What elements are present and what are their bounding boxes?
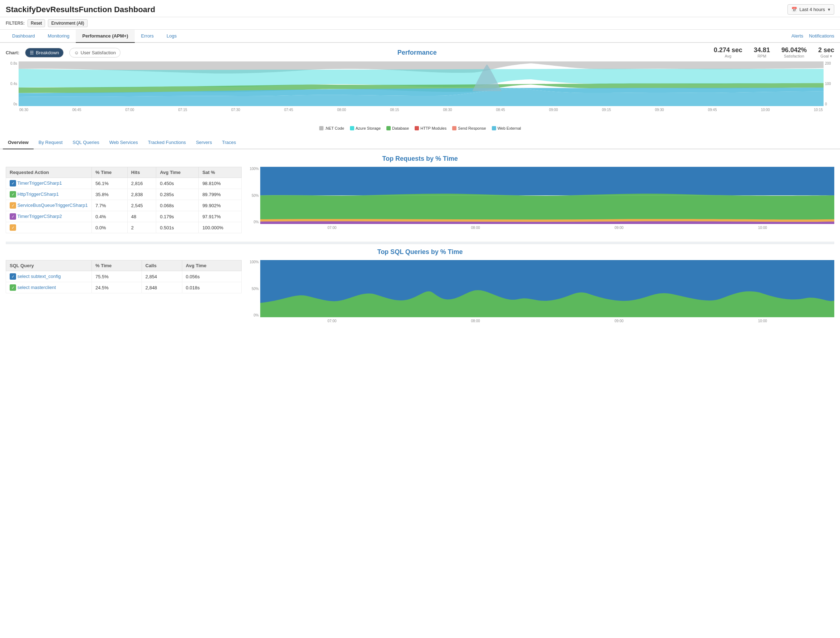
req-y-100: 100% — [250, 167, 259, 171]
legend-http-color — [414, 126, 419, 130]
col-action: Requested Action — [6, 167, 92, 178]
table-row: ✓ TimerTriggerCSharp2 0.4% 48 0.179s 97.… — [6, 211, 242, 222]
avg-stat: 0.274 sec Avg — [714, 46, 742, 58]
sql-pct-1: 75.5% — [92, 271, 142, 282]
sub-tab-trackedfunctions[interactable]: Tracked Functions — [143, 136, 191, 149]
pct-time-3: 7.7% — [92, 200, 128, 211]
content-section: Top Requests by % Time Requested Action … — [0, 149, 840, 339]
sub-tab-byrequest[interactable]: By Request — [33, 136, 68, 149]
sql-avg-1: 0.056s — [182, 271, 241, 282]
performance-title: Performance — [126, 49, 708, 57]
sub-tab-overview[interactable]: Overview — [3, 136, 33, 149]
sat-pct-5: 100.000% — [199, 222, 242, 233]
satisfaction-stat: 96.042% Satisfaction — [781, 46, 807, 58]
table-row: ✓ HttpTriggerCSharp1 35.8% 2,838 0.285s … — [6, 189, 242, 200]
top-sql-table: SQL Query % Time Calls Avg Time ✓ select… — [6, 260, 242, 293]
breakdown-button[interactable]: ☰ Breakdown — [25, 48, 63, 57]
hits-4: 48 — [127, 211, 156, 222]
legend-sendresponse-label: Send Response — [458, 126, 486, 130]
request-link[interactable]: TimerTriggerCSharp2 — [17, 214, 62, 219]
y-right-100: 100 — [825, 82, 831, 86]
legend-sendresponse: Send Response — [452, 126, 486, 130]
check-icon: ✓ — [9, 180, 16, 186]
tab-errors[interactable]: Errors — [135, 30, 160, 43]
sub-tab-sqlqueries[interactable]: SQL Queries — [68, 136, 104, 149]
main-nav-right: Alerts Notifications — [791, 33, 834, 39]
sql-x-1000: 10:00 — [758, 319, 767, 323]
request-link[interactable]: HttpTriggerCSharp1 — [17, 191, 59, 197]
sql-link[interactable]: select subtext_config — [17, 274, 61, 279]
req-x-0800: 08:00 — [471, 226, 480, 230]
time-selector[interactable]: 📅 Last 4 hours ▾ — [788, 4, 834, 15]
legend-webexternal-color — [492, 126, 496, 130]
sat-pct-2: 89.799% — [199, 189, 242, 200]
main-nav: Dashboard Monitoring Performance (APM+) … — [0, 30, 840, 43]
sub-tab-webservices[interactable]: Web Services — [104, 136, 143, 149]
filters-bar: FILTERS: Reset Environment (All) — [0, 17, 840, 30]
page-title: StackifyDevResultsFunction Dashboard — [6, 5, 155, 14]
sub-tab-servers[interactable]: Servers — [191, 136, 217, 149]
avg-time-5: 0.501s — [156, 222, 199, 233]
alerts-link[interactable]: Alerts — [791, 33, 803, 39]
rpm-stat: 34.81 RPM — [754, 46, 770, 58]
goal-stat[interactable]: 2 sec Goal ▾ — [818, 46, 834, 58]
pct-time-5: 0.0% — [92, 222, 128, 233]
table-row: ✓ ServiceBusQueueTriggerCSharp1 7.7% 2,5… — [6, 200, 242, 211]
breakdown-icon: ☰ — [30, 50, 34, 55]
top-requests-table-wrap: Requested Action % Time Hits Avg Time Sa… — [6, 167, 242, 233]
tab-performance[interactable]: Performance (APM+) — [76, 30, 134, 43]
x-label-0730: 07:30 — [231, 108, 240, 112]
check-icon: ✓ — [9, 284, 16, 291]
top-sql-chart: 100% 50% 0% 07:00 08:00 09:00 — [247, 260, 834, 324]
col-avg-time: Avg Time — [156, 167, 199, 178]
tab-dashboard[interactable]: Dashboard — [6, 30, 41, 43]
x-label-0715: 07:15 — [178, 108, 187, 112]
top-sql-section: SQL Query % Time Calls Avg Time ✓ select… — [6, 260, 834, 324]
legend-database-color — [386, 126, 391, 130]
request-link[interactable]: ServiceBusQueueTriggerCSharp1 — [17, 202, 88, 208]
request-link[interactable]: TimerTriggerCSharp1 — [17, 180, 62, 186]
pct-time-1: 56.1% — [92, 178, 128, 189]
check-icon: ✓ — [9, 273, 16, 280]
pct-time-4: 0.4% — [92, 211, 128, 222]
col-sat-pct: Sat % — [199, 167, 242, 178]
sql-section-divider — [6, 242, 834, 244]
chart-legend: .NET Code Azure Storage Database HTTP Mo… — [6, 124, 834, 133]
legend-azure: Azure Storage — [350, 126, 381, 130]
satisfaction-value: 96.042% — [781, 46, 807, 54]
sql-calls-1: 2,854 — [142, 271, 182, 282]
tab-logs[interactable]: Logs — [160, 30, 183, 43]
satisfaction-label: User Satisfaction — [81, 50, 116, 55]
satisfaction-button[interactable]: ☺ User Satisfaction — [70, 48, 120, 57]
y-label-0: 0s — [13, 102, 17, 106]
sub-tab-traces[interactable]: Traces — [217, 136, 241, 149]
req-x-0900: 09:00 — [614, 226, 623, 230]
legend-azure-label: Azure Storage — [356, 126, 381, 130]
environment-filter-button[interactable]: Environment (All) — [48, 19, 87, 27]
x-label-0900: 09:00 — [549, 108, 558, 112]
notifications-link[interactable]: Notifications — [809, 33, 834, 39]
filters-label: FILTERS: — [6, 21, 25, 26]
sql-y-50: 50% — [252, 287, 259, 291]
goal-value: 2 sec — [818, 46, 834, 54]
pct-time-2: 35.8% — [92, 189, 128, 200]
page-header: StackifyDevResultsFunction Dashboard 📅 L… — [0, 0, 840, 17]
tab-monitoring[interactable]: Monitoring — [41, 30, 76, 43]
sql-col-calls: Calls — [142, 261, 182, 271]
rpm-value: 34.81 — [754, 46, 770, 54]
col-pct-time: % Time — [92, 167, 128, 178]
x-label-0830: 08:30 — [443, 108, 452, 112]
legend-webexternal: Web External — [492, 126, 521, 130]
reset-button[interactable]: Reset — [27, 19, 45, 27]
req-x-1000: 10:00 — [758, 226, 767, 230]
sql-link[interactable]: select masterclient — [17, 285, 56, 290]
x-label-0800: 08:00 — [337, 108, 346, 112]
legend-database: Database — [386, 126, 409, 130]
satisfaction-label: Satisfaction — [781, 54, 807, 58]
x-label-0915: 09:15 — [602, 108, 611, 112]
hits-2: 2,838 — [127, 189, 156, 200]
table-row: ✓ 0.0% 2 0.501s 100.000% — [6, 222, 242, 233]
req-y-0: 0% — [254, 220, 259, 224]
svg-rect-0 — [260, 167, 834, 196]
x-label-0845: 08:45 — [496, 108, 505, 112]
